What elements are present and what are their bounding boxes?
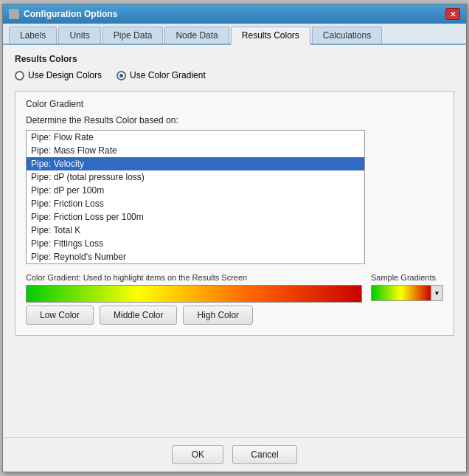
window-icon	[9, 9, 19, 19]
radio-group: Use Design Colors Use Color Gradient	[15, 70, 454, 80]
tab-units[interactable]: Units	[58, 27, 100, 44]
main-window: Configuration Options ✕ Labels Units Pip…	[2, 4, 467, 472]
radio-use-gradient[interactable]: Use Color Gradient	[117, 70, 206, 80]
list-item[interactable]: Pipe: Internal Diameter	[27, 263, 364, 264]
sample-gradient-bar	[372, 286, 431, 300]
tab-calculations[interactable]: Calculations	[312, 27, 382, 44]
radio-design-circle	[15, 71, 24, 80]
gradient-info-row: Color Gradient: Used to highlight items …	[26, 273, 443, 303]
radio-gradient-label: Use Color Gradient	[130, 70, 206, 80]
list-item[interactable]: Pipe: dP (total pressure loss)	[27, 170, 364, 184]
titlebar: Configuration Options ✕	[3, 4, 466, 24]
radio-design-colors[interactable]: Use Design Colors	[15, 70, 102, 80]
close-button[interactable]: ✕	[445, 8, 460, 20]
results-label: Determine the Results Color based on:	[26, 115, 443, 125]
list-item[interactable]: Pipe: Friction Loss per 100m	[27, 210, 364, 224]
sample-gradient-dropdown[interactable]: ▼	[371, 285, 443, 301]
tab-results-colors[interactable]: Results Colors	[231, 27, 310, 45]
cancel-button[interactable]: Cancel	[232, 445, 296, 464]
results-listbox[interactable]: Pipe: Flow Rate Pipe: Mass Flow Rate Pip…	[26, 130, 365, 264]
high-color-button[interactable]: High Color	[183, 306, 253, 325]
color-gradient-title: Color Gradient	[26, 99, 443, 109]
low-color-button[interactable]: Low Color	[26, 306, 94, 325]
sample-gradients-label: Sample Gradients	[371, 273, 436, 282]
tab-pipe-data[interactable]: Pipe Data	[103, 27, 164, 44]
list-item[interactable]: Pipe: Reynold's Number	[27, 250, 364, 263]
list-item[interactable]: Pipe: Total K	[27, 224, 364, 237]
dropdown-arrow-icon[interactable]: ▼	[431, 286, 442, 300]
section-title: Results Colors	[15, 54, 454, 64]
list-item[interactable]: Pipe: Mass Flow Rate	[27, 144, 364, 157]
tab-node-data[interactable]: Node Data	[164, 27, 229, 44]
list-item[interactable]: Pipe: Friction Loss	[27, 197, 364, 210]
middle-color-button[interactable]: Middle Color	[100, 306, 177, 325]
window-title: Configuration Options	[24, 9, 117, 19]
tabs-bar: Labels Units Pipe Data Node Data Results…	[3, 24, 466, 45]
tab-labels[interactable]: Labels	[9, 27, 57, 44]
radio-gradient-circle	[117, 71, 126, 80]
footer: OK Cancel	[3, 437, 466, 472]
list-item[interactable]: Pipe: Fittings Loss	[27, 237, 364, 250]
gradient-info-label: Color Gradient: Used to highlight items …	[26, 273, 362, 282]
list-item[interactable]: Pipe: dP per 100m	[27, 184, 364, 197]
list-item[interactable]: Pipe: Flow Rate	[27, 131, 364, 144]
color-gradient-section: Color Gradient Determine the Results Col…	[15, 91, 454, 336]
radio-design-label: Use Design Colors	[28, 70, 102, 80]
ok-button[interactable]: OK	[172, 445, 223, 464]
color-buttons-row: Low Color Middle Color High Color	[26, 306, 443, 325]
sample-gradients-container: Sample Gradients ▼	[371, 273, 443, 301]
content-area: Results Colors Use Design Colors Use Col…	[3, 45, 466, 437]
list-item-selected[interactable]: Pipe: Velocity	[27, 157, 364, 170]
gradient-bar	[26, 285, 362, 303]
